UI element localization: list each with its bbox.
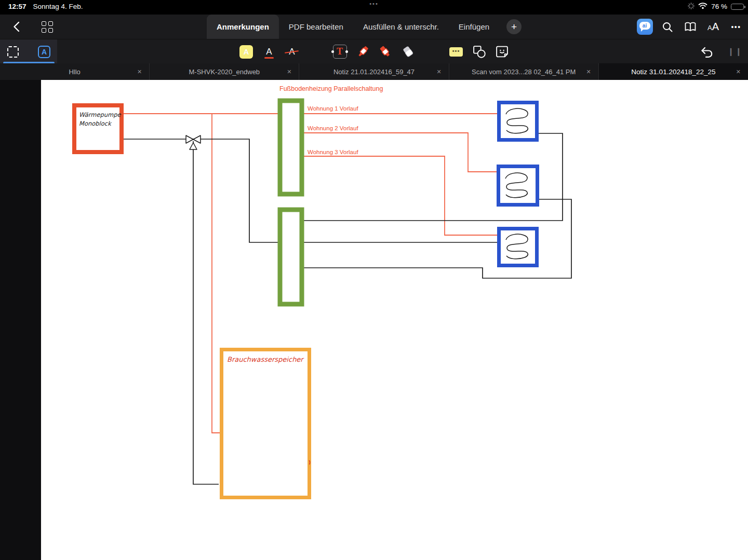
highlighter-icon — [378, 45, 393, 59]
close-icon[interactable]: ✕ — [436, 69, 441, 75]
date: Sonntag 4. Feb. — [33, 3, 83, 10]
status-bar: 12:57 Sonntag 4. Feb. ••• 76 % — [0, 0, 748, 15]
label-wohnung3[interactable]: Wohnung 3 Vorlauf — [308, 149, 358, 155]
undo-button[interactable] — [699, 44, 715, 60]
search-icon — [662, 21, 673, 33]
ellipsis-icon: ••• — [731, 23, 741, 31]
grid-icon — [42, 21, 53, 33]
doc-tab-m-shvk[interactable]: M-SHVK-2020_endweb ✕ — [150, 63, 299, 80]
floor-heating-coil-3[interactable] — [499, 229, 537, 266]
highlight-tool[interactable]: A — [238, 44, 254, 60]
main-toolbar: Anmerkungen PDF bearbeiten Ausfüllen & u… — [0, 15, 748, 39]
multitask-indicator-icon[interactable]: ••• — [369, 1, 379, 7]
strikethrough-tool[interactable]: A — [284, 44, 300, 60]
add-mode-button[interactable]: + — [506, 19, 522, 34]
text-size-button[interactable]: AA — [704, 18, 722, 36]
app-screen: 12:57 Sonntag 4. Feb. ••• 76 % Anmerkun — [0, 0, 748, 560]
strikethrough-icon: A — [288, 47, 296, 57]
diagram: Wärmepumpe Monoblock Brauch — [0, 80, 748, 560]
floor-heating-coil-2[interactable] — [499, 167, 538, 205]
hot-water-tank-box[interactable]: Brauchwasserspeicher — [222, 350, 310, 498]
marker-pen-tool[interactable] — [355, 44, 370, 60]
floor-heating-coil-1[interactable] — [499, 103, 537, 140]
text-size-icon: AA — [707, 21, 719, 33]
text-box-icon: A — [38, 46, 50, 58]
marker-icon — [355, 45, 370, 59]
close-icon[interactable]: ✕ — [736, 69, 741, 75]
pdf-canvas[interactable]: Wärmepumpe Monoblock Brauch — [0, 80, 748, 560]
shapes-icon — [472, 45, 486, 59]
document-tab-bar: Hllo ✕ M-SHVK-2020_endweb ✕ Notiz 21.01.… — [0, 63, 748, 80]
close-icon[interactable]: ✕ — [287, 69, 291, 75]
shapes-tool[interactable] — [471, 44, 487, 60]
heat-pump-label-line1: Wärmepumpe — [79, 111, 122, 118]
highlighter-pen-tool[interactable] — [378, 44, 393, 60]
comment-tool[interactable]: ••• — [448, 44, 464, 60]
wifi-icon — [698, 2, 707, 11]
tab-anmerkungen[interactable]: Anmerkungen — [207, 15, 279, 39]
comment-icon: ••• — [449, 47, 463, 57]
sync-icon — [688, 3, 694, 11]
marquee-icon — [7, 46, 19, 58]
doc-tab-notiz-31-01-active[interactable]: Notiz 31.01.202418_22_25 ✕ — [599, 63, 748, 80]
eraser-icon — [401, 45, 416, 59]
tab-pdf-bearbeiten[interactable]: PDF bearbeiten — [279, 15, 353, 39]
manifold-return[interactable] — [280, 210, 302, 304]
annotation-toolbar: A A A A T ••• — [0, 39, 748, 63]
tab-ausfuellen-unterschreiben[interactable]: Ausfüllen & unterschr. — [353, 15, 449, 39]
underline-icon: A — [265, 47, 273, 57]
heat-pump-label-line2: Monoblock — [79, 120, 112, 127]
battery-icon — [731, 4, 744, 10]
book-icon — [684, 22, 697, 32]
clock: 12:57 — [8, 3, 26, 10]
eraser-tool[interactable] — [400, 44, 416, 60]
close-icon[interactable]: ✕ — [586, 69, 591, 75]
sticker-tool[interactable] — [494, 44, 510, 60]
heat-pump-box[interactable]: Wärmepumpe Monoblock — [74, 105, 122, 152]
grid-view-button[interactable] — [38, 18, 56, 36]
highlight-icon: A — [239, 45, 253, 59]
diagram-title[interactable]: Fußbodenheizung Parallelschaltung — [279, 85, 383, 92]
text-tool-icon: T — [333, 45, 347, 59]
label-wohnung1[interactable]: Wohnung 1 Vorlauf — [308, 105, 358, 112]
tank-label: Brauchwasserspeicher — [227, 356, 304, 363]
pdf-page[interactable] — [41, 80, 748, 560]
underline-tool[interactable]: A — [261, 44, 277, 60]
text-tool[interactable]: T — [332, 44, 348, 60]
reader-view-button[interactable] — [682, 18, 699, 36]
doc-tab-notiz-21-01[interactable]: Notiz 21.01.202416_59_47 ✕ — [299, 63, 449, 80]
ai-assistant-button[interactable]: ai — [636, 18, 653, 36]
manifold-supply[interactable] — [280, 101, 302, 194]
more-options-button[interactable]: ••• — [727, 18, 745, 36]
ai-icon: ai — [637, 19, 653, 35]
doc-tab-scan[interactable]: Scan vom 2023...28 02_46_41 PM ✕ — [449, 63, 599, 80]
toolbar-drag-handle[interactable]: ❙❙ — [728, 47, 743, 56]
search-button[interactable] — [659, 18, 676, 36]
sticker-icon — [495, 45, 509, 59]
back-button[interactable] — [7, 18, 25, 36]
text-annotation-tool-selected[interactable]: A — [36, 44, 52, 60]
doc-tab-hllo[interactable]: Hllo ✕ — [0, 63, 150, 80]
close-icon[interactable]: ✕ — [137, 69, 142, 75]
marquee-select-tool[interactable] — [5, 44, 21, 60]
tab-einfuegen[interactable]: Einfügen — [449, 15, 499, 39]
battery-percent: 76 % — [711, 3, 727, 10]
undo-icon — [700, 46, 714, 58]
label-wohnung2[interactable]: Wohnung 2 Vorlauf — [308, 125, 358, 131]
mode-tabs: Anmerkungen PDF bearbeiten Ausfüllen & u… — [207, 15, 522, 39]
selection-tool-section: A — [0, 39, 57, 64]
